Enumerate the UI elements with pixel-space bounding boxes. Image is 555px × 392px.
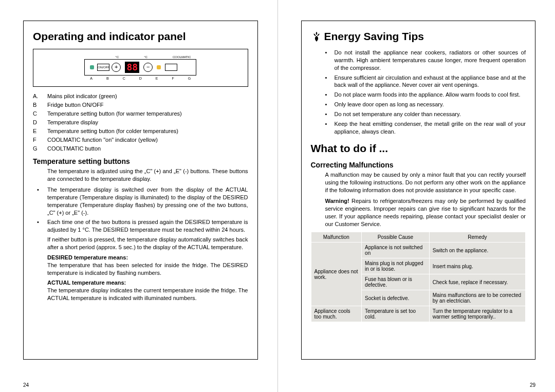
bullet-text: Each time one of the two buttons is pres… bbox=[47, 218, 248, 234]
panel-letter: F bbox=[172, 77, 174, 80]
cell-remedy: Mains malfunctions are to be corrected b… bbox=[429, 290, 525, 306]
col-header: Malfunction bbox=[311, 232, 362, 242]
minus-button: − bbox=[143, 63, 153, 72]
green-led-icon bbox=[90, 65, 94, 69]
tip-text: Do not place warm foods into the applian… bbox=[335, 91, 521, 99]
sub-label: ACTUAL temperature means: bbox=[47, 279, 248, 286]
page-border: Operating and indicator panel °C °C COOL… bbox=[23, 21, 258, 360]
cell-remedy: Switch on the appliance. bbox=[429, 242, 525, 258]
panel-letter: B bbox=[106, 77, 109, 80]
cell-cause: Temperature is set too cold. bbox=[362, 306, 430, 322]
panel-letter: G bbox=[188, 77, 191, 80]
panel-diagram: °C °C COOLMATIC ON/OFF + 88 − A B C D E … bbox=[33, 49, 248, 87]
heading-energy: Energy Saving Tips bbox=[311, 30, 526, 43]
page-left: Operating and indicator panel °C °C COOL… bbox=[0, 0, 278, 392]
cell-cause: Fuse has blown or is defective. bbox=[362, 274, 430, 290]
panel-label-coolmatic: COOLMATIC bbox=[173, 55, 191, 59]
coolmatic-button bbox=[165, 64, 177, 71]
cell-malfunction: Appliance cools too much. bbox=[311, 306, 362, 322]
plus-button: + bbox=[112, 63, 121, 72]
cell-cause: Mains plug is not plugged in or is loose… bbox=[362, 258, 430, 274]
tip-text: Do not install the appliance near cooker… bbox=[335, 49, 526, 72]
warning-paragraph: Warning! Repairs to refrigerators/freeze… bbox=[325, 197, 526, 228]
legend-list: A.Mains pilot indicator (green) BFridge … bbox=[33, 92, 248, 153]
flower-icon bbox=[311, 31, 322, 42]
heading-operating: Operating and indicator panel bbox=[33, 30, 248, 43]
heading-temp-buttons: Temperature setting buttons bbox=[33, 157, 248, 165]
tip-text: Ensure sufficient air circulation and ex… bbox=[335, 74, 526, 89]
onoff-button: ON/OFF bbox=[97, 64, 109, 71]
cell-cause: Socket is defective. bbox=[362, 290, 430, 306]
cell-remedy: Check fuse, replace if necessary. bbox=[429, 274, 525, 290]
col-header: Remedy bbox=[429, 232, 525, 242]
tip-text: Keep the heat emitting condenser, the me… bbox=[335, 120, 526, 136]
cell-remedy: Insert mains plug. bbox=[429, 258, 525, 274]
page-right: Energy Saving Tips Do not install the ap… bbox=[278, 0, 556, 392]
page-number: 24 bbox=[23, 382, 29, 388]
cell-malfunction: Appliance does not work. bbox=[311, 242, 362, 306]
panel-letter: D bbox=[139, 77, 142, 80]
paragraph: If neither button is pressed, the temper… bbox=[47, 236, 248, 251]
paragraph: The temperature display indicates the cu… bbox=[47, 287, 248, 302]
panel-label-c2: °C bbox=[144, 55, 147, 59]
panel-letter: A bbox=[90, 77, 92, 80]
temp-display: 88 bbox=[125, 62, 139, 73]
page-number: 29 bbox=[530, 382, 535, 388]
paragraph: The temperature that has been selected f… bbox=[47, 262, 248, 277]
bullet-text: The temperature display is switched over… bbox=[47, 186, 248, 216]
heading-correcting: Correcting Malfunctions bbox=[311, 161, 526, 169]
heading-whattodo: What to do if ... bbox=[311, 142, 526, 155]
tip-text: Only leave door open as long as necessar… bbox=[335, 101, 444, 108]
paragraph: A malfunction may be caused by only a mi… bbox=[325, 171, 526, 194]
panel-letter: E bbox=[156, 77, 158, 80]
paragraph: The temperature is adjusted using the „C… bbox=[47, 167, 248, 183]
yellow-led-icon bbox=[157, 65, 161, 69]
panel-letter: C bbox=[123, 77, 125, 80]
tips-list: Do not install the appliance near cooker… bbox=[325, 49, 526, 135]
cell-cause: Appliance is not switched on bbox=[362, 242, 430, 258]
page-border: Energy Saving Tips Do not install the ap… bbox=[301, 21, 536, 360]
malfunction-table: Malfunction Possible Cause Remedy Applia… bbox=[311, 232, 526, 322]
panel-label-c1: °C bbox=[115, 55, 119, 59]
cell-remedy: Turn the temperature regulator to a warm… bbox=[429, 306, 525, 322]
col-header: Possible Cause bbox=[362, 232, 430, 242]
sub-label: DESIRED temperature means: bbox=[47, 254, 248, 260]
tip-text: Do not set temperature any colder than n… bbox=[335, 110, 461, 118]
